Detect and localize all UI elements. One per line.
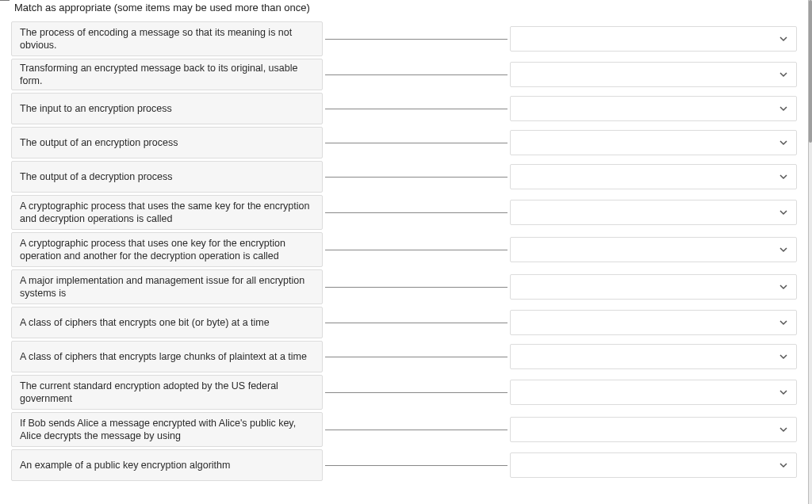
match-connector — [325, 465, 508, 466]
match-connector — [325, 323, 508, 323]
match-prompt: A major implementation and management is… — [11, 269, 323, 304]
match-prompt: The current standard encryption adopted … — [11, 375, 323, 410]
match-prompt: Transforming an encrypted message back t… — [11, 59, 323, 90]
match-answer-dropdown[interactable] — [510, 344, 797, 369]
match-row: A class of ciphers that encrypts large c… — [11, 341, 797, 372]
match-row: If Bob sends Alice a message encrypted w… — [11, 412, 797, 447]
match-prompt: If Bob sends Alice a message encrypted w… — [11, 412, 323, 447]
match-prompt: A class of ciphers that encrypts one bit… — [11, 307, 323, 338]
match-answer-dropdown[interactable] — [510, 380, 797, 405]
match-connector — [325, 177, 508, 178]
match-answer-dropdown[interactable] — [510, 130, 797, 155]
match-connector — [325, 357, 508, 357]
match-connector — [325, 250, 508, 250]
match-rows: The process of encoding a message so tha… — [11, 21, 797, 481]
chevron-down-icon — [779, 208, 788, 217]
match-connector — [325, 39, 508, 40]
chevron-down-icon — [779, 34, 788, 44]
match-connector — [325, 74, 508, 75]
match-answer-dropdown[interactable] — [510, 62, 797, 87]
match-row: A cryptographic process that uses one ke… — [11, 232, 797, 267]
match-row: A class of ciphers that encrypts one bit… — [11, 307, 797, 338]
chevron-down-icon — [779, 352, 788, 361]
match-answer-dropdown[interactable] — [510, 26, 797, 52]
match-connector — [325, 287, 508, 288]
match-row: The process of encoding a message so tha… — [11, 21, 797, 56]
match-row: A cryptographic process that uses the sa… — [11, 195, 797, 230]
match-connector — [325, 109, 508, 109]
match-answer-dropdown[interactable] — [510, 96, 797, 121]
chevron-down-icon — [779, 245, 788, 254]
question-panel: Match as appropriate (some items may be … — [0, 0, 809, 504]
match-answer-dropdown[interactable] — [510, 452, 797, 478]
chevron-down-icon — [779, 425, 788, 434]
match-prompt: The output of an encryption process — [11, 127, 323, 158]
match-connector — [325, 212, 508, 213]
chevron-down-icon — [779, 318, 788, 327]
match-answer-dropdown[interactable] — [510, 237, 797, 262]
chevron-down-icon — [779, 138, 788, 147]
match-row: The output of an encryption process — [11, 127, 797, 158]
chevron-down-icon — [779, 388, 788, 397]
match-prompt: A cryptographic process that uses the sa… — [11, 195, 323, 230]
match-row: The current standard encryption adopted … — [11, 375, 797, 410]
chevron-down-icon — [779, 172, 788, 181]
chevron-down-icon — [779, 282, 788, 292]
match-prompt: The input to an encryption process — [11, 93, 323, 124]
match-prompt: An example of a public key encryption al… — [11, 449, 323, 481]
match-answer-dropdown[interactable] — [510, 274, 797, 300]
match-connector — [325, 392, 508, 393]
vertical-scrollbar[interactable] — [809, 0, 812, 504]
match-connector — [325, 430, 508, 430]
match-row: The output of a decryption process — [11, 161, 797, 193]
match-answer-dropdown[interactable] — [510, 310, 797, 335]
match-row: Transforming an encrypted message back t… — [11, 59, 797, 90]
chevron-down-icon — [779, 460, 788, 470]
match-connector — [325, 143, 508, 143]
match-row: An example of a public key encryption al… — [11, 449, 797, 481]
match-row: The input to an encryption process — [11, 93, 797, 124]
scrollbar-thumb[interactable] — [809, 0, 812, 143]
match-prompt: A class of ciphers that encrypts large c… — [11, 341, 323, 372]
question-instruction: Match as appropriate (some items may be … — [11, 0, 797, 21]
match-answer-dropdown[interactable] — [510, 164, 797, 189]
match-prompt: The output of a decryption process — [11, 161, 323, 193]
chevron-down-icon — [779, 70, 788, 79]
match-row: A major implementation and management is… — [11, 269, 797, 304]
match-prompt: The process of encoding a message so tha… — [11, 21, 323, 56]
match-prompt: A cryptographic process that uses one ke… — [11, 232, 323, 267]
chevron-down-icon — [779, 104, 788, 113]
match-answer-dropdown[interactable] — [510, 417, 797, 442]
match-answer-dropdown[interactable] — [510, 200, 797, 225]
panel-border-tick — [0, 0, 10, 2]
